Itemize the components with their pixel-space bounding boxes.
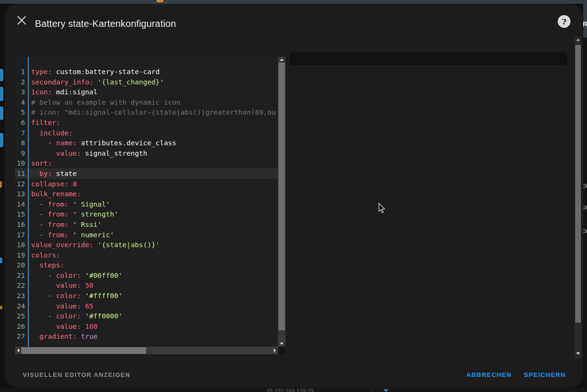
line-number: 18 [15, 240, 28, 250]
bg-icon-fragment [0, 87, 3, 101]
card-config-dialog: Battery state-Kartenkonfiguration ? 1typ… [5, 4, 583, 388]
code-line[interactable]: 22 value: 50 [15, 280, 278, 291]
code-line[interactable]: 3icon: mdi:signal [15, 87, 278, 97]
line-number: 13 [15, 189, 28, 199]
scroll-right-icon[interactable] [274, 349, 276, 352]
code-line[interactable]: 27 gradient: true [15, 331, 278, 342]
editor-vscroll-thumb[interactable] [278, 63, 285, 330]
code-line[interactable]: 20 steps: [15, 260, 278, 270]
scrollbar-corner [278, 347, 285, 354]
card-preview [290, 52, 567, 65]
scroll-up-icon[interactable] [576, 39, 580, 41]
gutter-rule [28, 57, 29, 347]
code-line[interactable]: 10sort: [15, 158, 278, 168]
bg-text-fragment [0, 181, 2, 188]
line-number: 24 [15, 301, 28, 311]
editor-horizontal-scrollbar[interactable] [15, 347, 278, 354]
cancel-button[interactable]: ABBRECHEN [466, 371, 512, 378]
code-line[interactable]: 18value_override: '{state|abs()}' [15, 240, 278, 250]
code-line[interactable]: 25 - color: '#ff0000' [15, 311, 278, 321]
code-lines[interactable]: 1type: custom:battery-state-card2seconda… [15, 67, 278, 347]
dialog-scroll-thumb[interactable] [575, 45, 581, 323]
bg-divider [372, 388, 372, 392]
line-number: 7 [15, 128, 28, 138]
code-line[interactable]: 15 - from: ' strength' [15, 209, 278, 219]
line-number: 16 [15, 219, 28, 230]
bg-header-fragment: RI [583, 4, 587, 38]
code-line[interactable]: 13bulk_rename: [15, 189, 278, 199]
editor-hscroll-thumb[interactable] [21, 347, 146, 354]
help-button[interactable]: ? [558, 15, 570, 28]
line-number: 4 [15, 97, 28, 108]
code-line[interactable]: 17 - from: ' numeric' [15, 230, 278, 240]
dialog-title: Battery state-Kartenkonfiguration [35, 18, 176, 29]
code-line[interactable]: 11 by: state [15, 168, 278, 179]
line-number: 14 [15, 199, 28, 209]
line-number: 20 [15, 260, 28, 270]
line-number: 1 [15, 67, 28, 77]
bg-text-fragment [0, 258, 2, 263]
code-line[interactable]: 19colors: [15, 250, 278, 260]
line-number: 23 [15, 291, 28, 301]
line-number: 9 [15, 148, 28, 158]
line-number: 25 [15, 311, 28, 321]
save-button[interactable]: SPEICHERN [524, 371, 566, 378]
line-number: 19 [15, 250, 28, 260]
bg-icon-fragment [0, 107, 3, 120]
code-line[interactable]: 8 - name: attributes.device_class [15, 138, 278, 148]
code-line[interactable]: 2secondary_info: '{last_changed}' [15, 77, 278, 87]
bg-dropdown-arrow-icon [383, 389, 389, 392]
background-bottom-strip: ID 192.168.178.79 [0, 388, 587, 392]
line-number: 22 [15, 280, 28, 291]
code-line[interactable]: 6filter: [15, 117, 278, 128]
code-line[interactable]: 24 value: 65 [15, 301, 278, 311]
code-line[interactable]: 4# below an example with dynamic icon [15, 97, 278, 108]
dialog-scrollbar[interactable] [575, 36, 581, 358]
question-mark-icon: ? [562, 17, 567, 26]
line-number: 10 [15, 158, 28, 168]
close-button[interactable] [15, 14, 28, 27]
line-number: 2 [15, 77, 28, 87]
code-line[interactable]: 23 - color: '#ffff00' [15, 291, 278, 301]
line-number: 3 [15, 87, 28, 97]
code-line[interactable]: 9 value: signal_strength [15, 148, 278, 158]
line-number: 8 [15, 138, 28, 148]
line-number: 26 [15, 321, 28, 332]
code-line[interactable]: 7 include: [15, 128, 278, 138]
line-number: 6 [15, 117, 28, 128]
background-chart-fragment [156, 0, 164, 2]
line-number: 11 [15, 168, 28, 179]
footer-actions: ABBRECHEN SPEICHERN [466, 371, 566, 378]
bg-dot-fragment [0, 306, 2, 309]
code-line[interactable]: 12collapse: 8 [15, 179, 278, 189]
scroll-left-icon[interactable] [17, 349, 19, 352]
show-visual-editor-button[interactable]: VISUELLEN EDITOR ANZEIGEN [23, 371, 130, 378]
code-line[interactable]: 14 - from: ' Signal' [15, 199, 278, 209]
line-number: 5 [15, 107, 28, 117]
close-icon [15, 16, 28, 25]
line-number: 17 [15, 230, 28, 240]
code-line[interactable]: 1type: custom:battery-state-card [15, 67, 278, 77]
editor-vertical-scrollbar[interactable] [278, 57, 285, 347]
code-line[interactable]: 5# icon: "mdi:signal-cellular-{state|abs… [15, 107, 278, 117]
bg-header-text: RI [583, 20, 587, 28]
scroll-up-icon[interactable] [280, 58, 284, 61]
bg-ip-text: ID 192.168.178.79 [267, 388, 314, 392]
bg-icon-fragment [0, 69, 3, 81]
line-number: 12 [15, 179, 28, 189]
background-right-strip [583, 38, 587, 388]
code-line[interactable]: 26 value: 100 [15, 321, 278, 332]
line-number: 27 [15, 331, 28, 342]
background-top-strip [0, 0, 587, 4]
yaml-code-editor[interactable]: 1type: custom:battery-state-card2seconda… [15, 57, 285, 354]
code-line[interactable]: 21 - color: '#00ff00' [15, 270, 278, 281]
line-number: 15 [15, 209, 28, 219]
bg-icon-fragment [0, 133, 3, 147]
line-number: 21 [15, 270, 28, 281]
scroll-down-icon[interactable] [280, 342, 284, 345]
scroll-down-icon[interactable] [576, 352, 580, 355]
code-line[interactable]: 16 - from: ' Rssi' [15, 219, 278, 230]
